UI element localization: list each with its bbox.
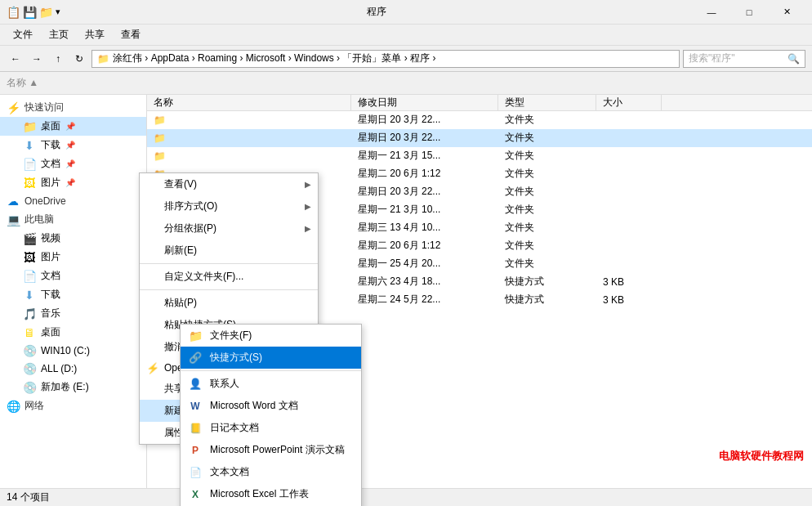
forward-button[interactable]: → bbox=[28, 50, 46, 68]
file-list-header: 名称 修改日期 类型 大小 bbox=[147, 95, 812, 111]
sidebar-item-e-drive[interactable]: 💿 新加卷 (E:) bbox=[0, 378, 146, 396]
submenu-contact-label: 联系人 bbox=[210, 377, 239, 391]
ctx-group[interactable]: 分组依据(P) ▶ bbox=[140, 217, 318, 240]
sidebar-item-pc-downloads[interactable]: ⬇ 下载 bbox=[0, 285, 146, 304]
close-button[interactable]: ✕ bbox=[768, 0, 805, 25]
onedrive-label: OneDrive bbox=[25, 195, 66, 207]
table-row[interactable]: 📁 星期日 20 3月 22... 文件夹 bbox=[147, 129, 812, 147]
sidebar-item-pc-docs[interactable]: 📄 文档 bbox=[0, 266, 146, 285]
ctx-view[interactable]: 查看(V) ▶ bbox=[140, 173, 318, 195]
col-header-date[interactable]: 修改日期 bbox=[351, 95, 498, 110]
documents-label: 文档 bbox=[41, 157, 60, 171]
submenu-folder-label: 文件夹(F) bbox=[210, 329, 252, 343]
toolbar: 名称 ▲ bbox=[0, 72, 812, 95]
submenu-shortcut[interactable]: 🔗 快捷方式(S) bbox=[181, 347, 361, 369]
submenu-ppt-icon: P bbox=[187, 442, 203, 459]
this-pc-icon: 💻 bbox=[7, 213, 20, 226]
ctx-view-label: 查看(V) bbox=[164, 177, 197, 191]
submenu-excel-label: Microsoft Excel 工作表 bbox=[210, 487, 309, 501]
submenu-word-icon: W bbox=[187, 398, 203, 414]
submenu-word[interactable]: W Microsoft Word 文档 bbox=[181, 395, 361, 417]
submenu-text-icon: 📄 bbox=[187, 464, 203, 481]
quick-access-icon: ⚡ bbox=[7, 101, 20, 114]
network-icon: 🌐 bbox=[7, 400, 20, 413]
table-row[interactable]: 📁 星期日 20 3月 22... 文件夹 bbox=[147, 111, 812, 129]
ctx-refresh[interactable]: 刷新(E) bbox=[140, 240, 318, 262]
pc-downloads-icon: ⬇ bbox=[23, 289, 36, 302]
pin-icon: 📌 bbox=[65, 122, 75, 131]
sidebar-item-music[interactable]: 🎵 音乐 bbox=[0, 304, 146, 323]
submenu-excel[interactable]: X Microsoft Excel 工作表 bbox=[181, 483, 361, 505]
maximize-button[interactable]: □ bbox=[730, 0, 768, 25]
title-bar-icons: 📋 💾 📁 ▾ bbox=[7, 6, 60, 19]
submenu-excel-icon: X bbox=[187, 486, 203, 503]
submenu-shortcut-label: 快捷方式(S) bbox=[210, 351, 262, 365]
sidebar-this-pc[interactable]: 💻 此电脑 bbox=[0, 210, 146, 229]
folder-icon: 📁 bbox=[39, 6, 52, 19]
pin-icon-2: 📌 bbox=[65, 141, 75, 150]
ctx-sort-label: 排序方式(O) bbox=[164, 199, 217, 213]
docs-folder-icon: 📄 bbox=[23, 158, 36, 171]
e-drive-icon: 💿 bbox=[23, 381, 36, 394]
col-header-size[interactable]: 大小 bbox=[596, 95, 662, 110]
submenu-text[interactable]: 📄 文本文档 bbox=[181, 461, 361, 483]
refresh-button[interactable]: ↻ bbox=[70, 50, 88, 68]
sidebar-onedrive[interactable]: ☁ OneDrive bbox=[0, 192, 146, 210]
ctx-paste[interactable]: 粘贴(P) bbox=[140, 292, 318, 314]
pics-folder-icon: 🖼 bbox=[23, 177, 36, 190]
this-pc-label: 此电脑 bbox=[25, 213, 54, 226]
pc-docs-icon: 📄 bbox=[23, 270, 36, 283]
sidebar-item-pc-desktop[interactable]: 🖥 桌面 bbox=[0, 323, 146, 342]
desktop-label: 桌面 bbox=[41, 119, 60, 133]
menu-file[interactable]: 文件 bbox=[7, 26, 39, 43]
sidebar-item-desktop[interactable]: 📁 桌面 📌 bbox=[0, 117, 146, 136]
ctx-sort[interactable]: 排序方式(O) ▶ bbox=[140, 195, 318, 217]
submenu-folder[interactable]: 📁 文件夹(F) bbox=[181, 325, 361, 347]
path-text: 涂红伟 › AppData › Roaming › Microsoft › Wi… bbox=[113, 51, 435, 65]
sidebar-item-videos[interactable]: 🎬 视频 bbox=[0, 229, 146, 248]
sidebar-quick-access[interactable]: ⚡ 快速访问 bbox=[0, 98, 146, 117]
sidebar-item-documents[interactable]: 📄 文档 📌 bbox=[0, 154, 146, 173]
search-box[interactable]: 搜索"程序" 🔍 bbox=[683, 50, 805, 68]
window-controls[interactable]: — □ ✕ bbox=[693, 0, 805, 25]
sidebar-item-pc-pictures[interactable]: 🖼 图片 bbox=[0, 248, 146, 266]
search-icon[interactable]: 🔍 bbox=[787, 53, 800, 65]
submenu-folder-icon: 📁 bbox=[187, 328, 203, 344]
up-button[interactable]: ↑ bbox=[49, 50, 67, 68]
table-row[interactable]: 📁 星期一 21 3月 15... 文件夹 bbox=[147, 147, 812, 165]
submenu-notepad[interactable]: 📒 日记本文档 bbox=[181, 417, 361, 439]
pin-icon-4: 📌 bbox=[65, 178, 75, 187]
ctx-paste-label: 粘贴(P) bbox=[164, 296, 197, 310]
pc-desktop-icon: 🖥 bbox=[23, 326, 36, 339]
menu-bar: 文件 主页 共享 查看 bbox=[0, 25, 812, 46]
back-button[interactable]: ← bbox=[7, 50, 25, 68]
watermark: 电脑软硬件教程网 bbox=[719, 449, 804, 463]
col-header-type[interactable]: 类型 bbox=[498, 95, 596, 110]
quick-access-label: 快速访问 bbox=[25, 101, 64, 114]
ctx-separator-2 bbox=[140, 289, 318, 290]
sidebar-item-downloads[interactable]: ⬇ 下载 📌 bbox=[0, 136, 146, 154]
status-bar: 14 个项目 bbox=[0, 488, 812, 506]
ctx-group-label: 分组依据(P) bbox=[164, 222, 216, 235]
clipboard-icon: 📋 bbox=[7, 6, 20, 19]
submenu-contact-icon: 👤 bbox=[187, 376, 203, 392]
network-label: 网络 bbox=[25, 399, 44, 413]
submenu-ppt[interactable]: P Microsoft PowerPoint 演示文稿 bbox=[181, 439, 361, 461]
ctx-view-arrow: ▶ bbox=[305, 180, 311, 189]
submenu-contact[interactable]: 👤 联系人 bbox=[181, 373, 361, 395]
menu-share[interactable]: 共享 bbox=[78, 26, 111, 43]
sidebar-network[interactable]: 🌐 网络 bbox=[0, 396, 146, 415]
save-icon: 💾 bbox=[23, 6, 36, 19]
address-path[interactable]: 📁 涂红伟 › AppData › Roaming › Microsoft › … bbox=[91, 50, 680, 68]
menu-view[interactable]: 查看 bbox=[114, 26, 147, 43]
ctx-customize[interactable]: 自定义文件夹(F)... bbox=[140, 266, 318, 288]
col-header-name[interactable]: 名称 bbox=[147, 95, 351, 110]
sidebar-item-pictures[interactable]: 🖼 图片 📌 bbox=[0, 173, 146, 192]
sidebar-item-d-drive[interactable]: 💿 ALL (D:) bbox=[0, 360, 146, 378]
minimize-button[interactable]: — bbox=[693, 0, 730, 25]
onedrive-icon: ☁ bbox=[7, 195, 20, 208]
menu-home[interactable]: 主页 bbox=[42, 26, 75, 43]
sidebar-item-c-drive[interactable]: 💿 WIN10 (C:) bbox=[0, 342, 146, 360]
main-area: ⚡ 快速访问 📁 桌面 📌 ⬇ 下载 📌 📄 文档 📌 🖼 图片 📌 ☁ One… bbox=[0, 95, 812, 488]
title-bar: 📋 💾 📁 ▾ 程序 — □ ✕ bbox=[0, 0, 812, 25]
